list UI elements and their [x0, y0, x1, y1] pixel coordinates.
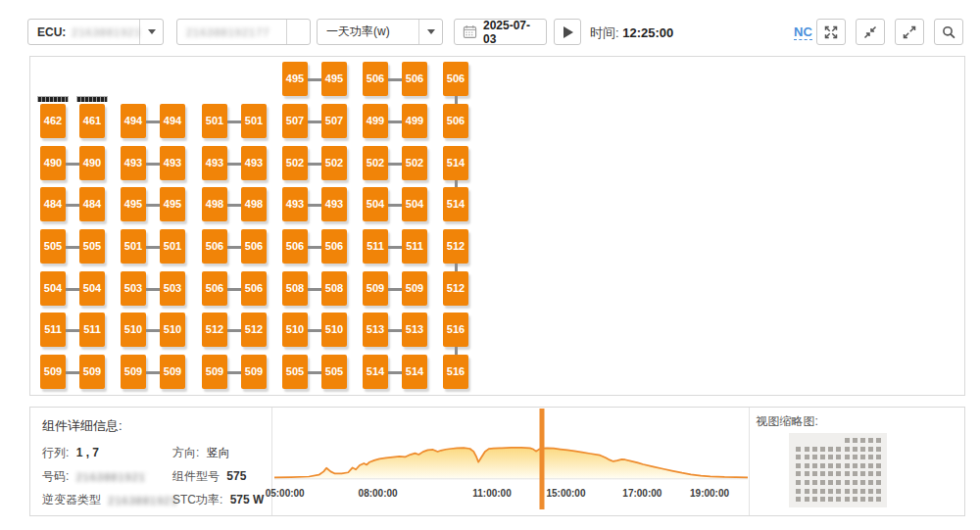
pv-module[interactable]: 503: [160, 271, 185, 306]
pv-module[interactable]: 505: [321, 355, 347, 389]
pv-module[interactable]: 495: [121, 187, 146, 221]
pv-module[interactable]: 504: [363, 187, 388, 221]
pv-module[interactable]: 499: [363, 104, 388, 138]
pv-module[interactable]: 510: [160, 313, 185, 347]
pv-module[interactable]: 490: [40, 146, 66, 180]
pv-module[interactable]: 484: [79, 187, 105, 221]
pv-module[interactable]: 506: [202, 271, 227, 306]
power-type-selector[interactable]: 一天功率(w): [317, 19, 443, 45]
pv-module[interactable]: 505: [79, 229, 105, 264]
pv-module[interactable]: 499: [402, 104, 427, 138]
pv-module[interactable]: 493: [241, 146, 267, 180]
pv-module[interactable]: 502: [402, 146, 427, 180]
expand-view-button[interactable]: [895, 19, 924, 45]
pv-module[interactable]: 510: [121, 313, 146, 347]
pv-module[interactable]: 493: [282, 187, 308, 221]
pv-module[interactable]: 514: [363, 355, 388, 389]
pv-module[interactable]: 506: [202, 229, 227, 264]
pv-module[interactable]: 506: [443, 104, 468, 138]
pv-module[interactable]: 509: [363, 271, 388, 306]
pv-module[interactable]: 502: [363, 146, 388, 180]
pv-module[interactable]: 503: [121, 271, 146, 306]
fullscreen-button[interactable]: [816, 19, 846, 45]
pv-module[interactable]: 509: [79, 355, 105, 389]
pv-module[interactable]: 511: [79, 313, 105, 347]
pv-module[interactable]: 511: [402, 229, 427, 264]
module-layout-canvas[interactable]: 4954955065065064624614944945015015075074…: [29, 56, 965, 396]
nc-link[interactable]: NC: [794, 24, 812, 40]
pv-module[interactable]: 513: [363, 313, 388, 347]
pv-module[interactable]: 502: [282, 146, 308, 180]
pv-module[interactable]: 506: [241, 271, 267, 306]
pv-module[interactable]: 506: [363, 62, 388, 96]
pv-module[interactable]: 495: [282, 62, 308, 96]
module-link: [227, 204, 241, 207]
pv-module[interactable]: 493: [121, 146, 146, 180]
date-picker[interactable]: 2025-07-03: [454, 19, 547, 45]
pv-module[interactable]: 493: [202, 146, 227, 180]
pv-module[interactable]: 513: [402, 313, 427, 347]
pv-module[interactable]: 514: [443, 146, 468, 180]
pv-module[interactable]: 509: [241, 355, 267, 389]
inverter-selector[interactable]: 216388192177: [176, 19, 311, 45]
pv-module[interactable]: 501: [121, 229, 146, 264]
pv-module[interactable]: 507: [321, 104, 347, 138]
pv-module[interactable]: 501: [241, 104, 267, 138]
pv-module[interactable]: 509: [202, 355, 227, 389]
search-button[interactable]: [934, 19, 963, 45]
pv-module[interactable]: 494: [160, 104, 185, 138]
pv-module[interactable]: 504: [79, 271, 105, 306]
pv-module[interactable]: 498: [241, 187, 267, 221]
pv-module[interactable]: 501: [160, 229, 185, 264]
pv-module[interactable]: 490: [79, 146, 105, 180]
pv-module[interactable]: 516: [443, 313, 468, 347]
pv-module[interactable]: 509: [402, 271, 427, 306]
pv-module[interactable]: 506: [321, 229, 347, 264]
pv-module[interactable]: 504: [40, 271, 66, 306]
pv-module[interactable]: 509: [160, 355, 185, 389]
collapse-view-button[interactable]: [856, 19, 885, 45]
time-cursor[interactable]: [539, 409, 544, 509]
play-button[interactable]: [554, 19, 581, 45]
pv-module[interactable]: 506: [402, 62, 427, 96]
chevron-down-icon[interactable]: [419, 29, 442, 34]
pv-module[interactable]: 509: [40, 355, 66, 389]
pv-module[interactable]: 493: [321, 187, 347, 221]
pv-module[interactable]: 510: [282, 313, 308, 347]
pv-module[interactable]: 505: [282, 355, 308, 389]
row-col-value: 1 , 7: [76, 446, 99, 459]
pv-module[interactable]: 462: [40, 104, 66, 138]
pv-module[interactable]: 504: [402, 187, 427, 221]
daily-power-chart[interactable]: 05:00:0008:00:0011:00:0015:00:0017:00:00…: [271, 408, 750, 515]
minimap[interactable]: [789, 433, 887, 507]
pv-module[interactable]: 511: [363, 229, 388, 264]
pv-module[interactable]: 510: [321, 313, 347, 347]
pv-module[interactable]: 493: [160, 146, 185, 180]
pv-module[interactable]: 501: [202, 104, 227, 138]
pv-module[interactable]: 506: [443, 62, 468, 96]
pv-module[interactable]: 508: [321, 271, 347, 306]
pv-module[interactable]: 509: [121, 355, 146, 389]
pv-module[interactable]: 505: [40, 229, 66, 264]
pv-module[interactable]: 506: [241, 229, 267, 264]
pv-module[interactable]: 495: [160, 187, 185, 221]
pv-module[interactable]: 512: [241, 313, 267, 347]
pv-module[interactable]: 494: [121, 104, 146, 138]
pv-module[interactable]: 511: [40, 313, 66, 347]
pv-module[interactable]: 484: [40, 187, 66, 221]
ecu-selector[interactable]: ECU: 216388192177: [27, 19, 164, 45]
pv-module[interactable]: 507: [282, 104, 308, 138]
chevron-down-icon[interactable]: [140, 29, 163, 34]
pv-module[interactable]: 514: [402, 355, 427, 389]
pv-module[interactable]: 508: [282, 271, 308, 306]
pv-module[interactable]: 498: [202, 187, 227, 221]
pv-module[interactable]: 502: [321, 146, 347, 180]
pv-module[interactable]: 512: [202, 313, 227, 347]
pv-module[interactable]: 495: [321, 62, 347, 96]
pv-module[interactable]: 461: [79, 104, 105, 138]
pv-module[interactable]: 516: [443, 355, 468, 389]
pv-module[interactable]: 512: [443, 271, 468, 306]
pv-module[interactable]: 514: [443, 187, 468, 221]
pv-module[interactable]: 512: [443, 229, 468, 264]
pv-module[interactable]: 506: [282, 229, 308, 264]
